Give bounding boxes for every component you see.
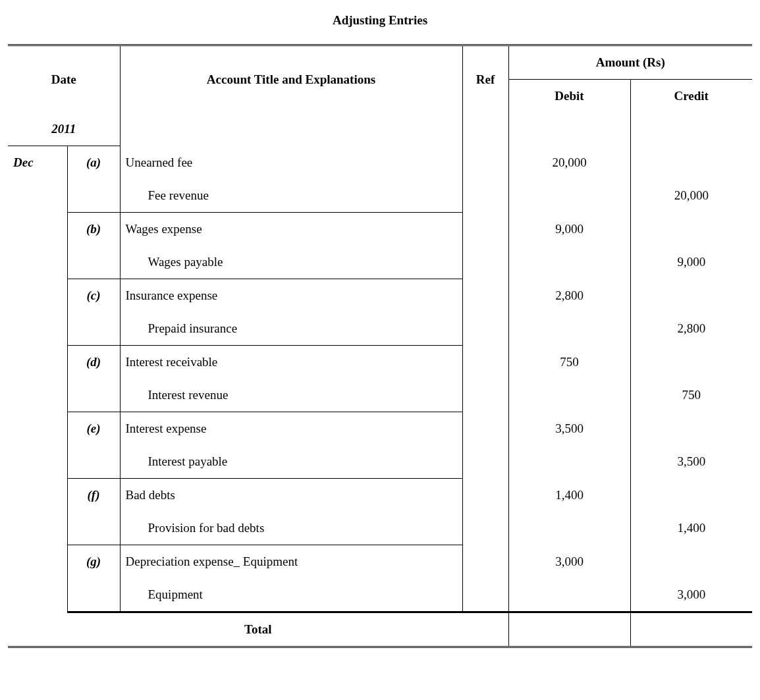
table-row: Wages payable 9,000 <box>8 246 752 279</box>
col-ref: Ref <box>463 63 508 96</box>
credit-amount: 2,800 <box>631 312 753 345</box>
credit-amount: 1,400 <box>631 512 753 545</box>
credit-amount: 3,500 <box>631 445 753 478</box>
table-row: Fee revenue 20,000 <box>8 179 752 213</box>
credit-amount: 20,000 <box>631 179 753 212</box>
debit-amount: 3,500 <box>509 412 630 445</box>
debit-account: Interest expense <box>121 412 462 445</box>
year-cell: 2011 <box>8 113 120 146</box>
credit-account: Equipment <box>121 578 462 611</box>
credit-amount: 750 <box>631 379 753 412</box>
table-row: Provision for bad debts 1,400 <box>8 512 752 545</box>
debit-account: Insurance expense <box>121 279 462 312</box>
credit-account: Fee revenue <box>121 179 462 212</box>
page-title: Adjusting Entries <box>7 13 753 28</box>
table-row: Interest payable 3,500 <box>8 445 752 479</box>
col-date: Date <box>8 63 120 96</box>
credit-account: Wages payable <box>121 246 462 279</box>
debit-account: Wages expense <box>121 213 462 246</box>
entry-label: (e) <box>68 412 120 445</box>
debit-account: Interest receivable <box>121 346 462 379</box>
col-credit: Credit <box>631 80 753 113</box>
table-row: (c) Insurance expense 2,800 <box>8 279 752 313</box>
total-label: Total <box>8 613 508 646</box>
table-row: (e) Interest expense 3,500 <box>8 412 752 446</box>
credit-amount: 3,000 <box>631 578 753 611</box>
table-row: (g) Depreciation expense_ Equipment 3,00… <box>8 545 752 579</box>
debit-account: Bad debts <box>121 479 462 512</box>
col-account: Account Title and Explanations <box>121 63 462 96</box>
debit-amount: 750 <box>509 346 630 379</box>
entry-label: (c) <box>68 279 120 312</box>
credit-account: Provision for bad debts <box>121 512 462 545</box>
col-debit: Debit <box>509 80 630 113</box>
month-cell: Dec <box>8 146 67 179</box>
table-row: (b) Wages expense 9,000 <box>8 213 752 246</box>
credit-account: Interest revenue <box>121 379 462 412</box>
year-row: 2011 <box>8 113 752 146</box>
debit-amount: 3,000 <box>509 545 630 578</box>
table-row: Dec (a) Unearned fee 20,000 <box>8 146 752 180</box>
credit-account: Prepaid insurance <box>121 312 462 345</box>
debit-amount: 9,000 <box>509 213 630 246</box>
table-row: Interest revenue 750 <box>8 379 752 412</box>
header-row-1: Date Account Title and Explanations Ref … <box>8 45 752 80</box>
entry-label: (a) <box>68 146 120 179</box>
adjusting-entries-table: Date Account Title and Explanations Ref … <box>8 44 752 648</box>
table-row: (d) Interest receivable 750 <box>8 346 752 379</box>
entry-label: (f) <box>68 479 120 512</box>
table-row: Equipment 3,000 <box>8 578 752 612</box>
debit-amount: 2,800 <box>509 279 630 312</box>
entry-label: (b) <box>68 213 120 246</box>
debit-account: Unearned fee <box>121 146 462 179</box>
debit-amount: 20,000 <box>509 146 630 179</box>
debit-account: Depreciation expense_ Equipment <box>121 545 462 578</box>
credit-amount: 9,000 <box>631 246 753 279</box>
credit-account: Interest payable <box>121 445 462 478</box>
entry-label: (g) <box>68 545 120 578</box>
entry-label: (d) <box>68 346 120 379</box>
total-row: Total <box>8 612 752 647</box>
col-amount: Amount (Rs) <box>509 46 753 79</box>
table-row: (f) Bad debts 1,400 <box>8 479 752 512</box>
table-row: Prepaid insurance 2,800 <box>8 312 752 346</box>
debit-amount: 1,400 <box>509 479 630 512</box>
